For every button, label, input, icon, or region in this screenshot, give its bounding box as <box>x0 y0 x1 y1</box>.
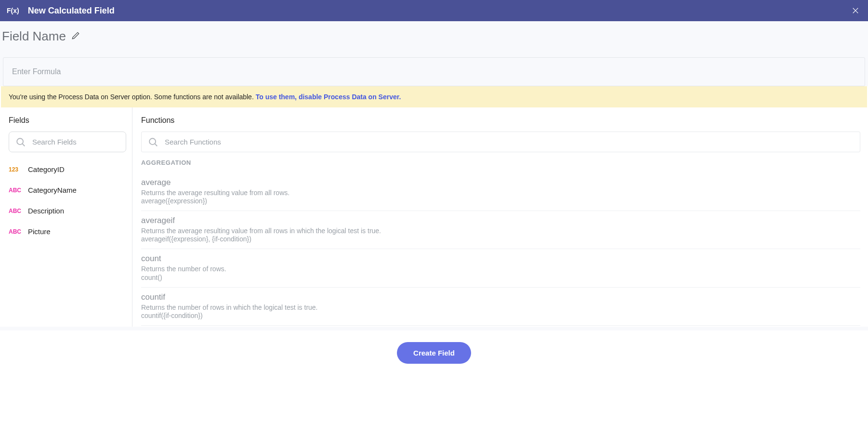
warning-text: You're using the Process Data on Server … <box>9 93 256 101</box>
field-type-number-icon: 123 <box>9 166 21 173</box>
fields-title: Fields <box>9 116 126 125</box>
function-item-average[interactable]: average Returns the average resulting va… <box>141 173 860 211</box>
search-icon <box>148 137 158 147</box>
field-name-label: Field Name <box>2 29 66 44</box>
function-signature: average({expression}) <box>141 197 860 205</box>
function-description: Returns the number of rows in which the … <box>141 303 860 312</box>
field-label: Description <box>28 207 64 215</box>
search-icon <box>15 137 26 147</box>
close-icon[interactable] <box>851 6 860 15</box>
function-description: Returns the average resulting value from… <box>141 188 860 197</box>
function-list: average Returns the average resulting va… <box>141 173 860 326</box>
functions-search-wrapper <box>141 132 860 152</box>
field-label: CategoryID <box>28 165 65 173</box>
functions-panel: Functions AGGREGATION average Returns th… <box>132 107 867 327</box>
svg-point-1 <box>149 138 156 145</box>
functions-search-input[interactable] <box>141 132 860 152</box>
functions-title: Functions <box>141 116 860 125</box>
function-name: countif <box>141 292 860 302</box>
warning-link[interactable]: To use them, disable Process Data on Ser… <box>256 93 401 101</box>
field-type-text-icon: ABC <box>9 187 21 194</box>
footer: Create Field <box>0 330 868 375</box>
formula-container <box>0 52 868 86</box>
field-label: Picture <box>28 227 51 236</box>
function-name: averageif <box>141 216 860 225</box>
edit-icon[interactable] <box>71 31 80 42</box>
function-description: Returns the average resulting value from… <box>141 226 860 235</box>
function-name: average <box>141 178 860 187</box>
field-item-description[interactable]: ABC Description <box>9 200 126 221</box>
field-type-text-icon: ABC <box>9 208 21 214</box>
function-signature: averageif({expression}, {if-condition}) <box>141 235 860 243</box>
field-type-text-icon: ABC <box>9 228 21 235</box>
fields-search-wrapper <box>9 132 126 152</box>
panels-container: Fields 123 CategoryID ABC CategoryName A… <box>1 107 867 327</box>
dialog-title: New Calculated Field <box>28 6 115 16</box>
create-field-button[interactable]: Create Field <box>397 342 471 364</box>
dialog-header: F(x) New Calculated Field <box>0 0 868 21</box>
formula-input[interactable] <box>3 57 865 86</box>
function-item-count[interactable]: count Returns the number of rows. count(… <box>141 249 860 287</box>
function-description: Returns the number of rows. <box>141 264 860 273</box>
fx-icon: F(x) <box>7 7 19 14</box>
function-group-title: AGGREGATION <box>141 159 860 166</box>
field-list: 123 CategoryID ABC CategoryName ABC Desc… <box>9 159 126 242</box>
fields-search-input[interactable] <box>9 132 126 152</box>
function-item-averageif[interactable]: averageif Returns the average resulting … <box>141 211 860 249</box>
warning-banner: You're using the Process Data on Server … <box>1 86 867 107</box>
svg-point-0 <box>17 138 23 145</box>
field-item-picture[interactable]: ABC Picture <box>9 221 126 242</box>
function-name: count <box>141 254 860 264</box>
fields-panel: Fields 123 CategoryID ABC CategoryName A… <box>1 107 132 327</box>
function-item-countif[interactable]: countif Returns the number of rows in wh… <box>141 288 860 326</box>
function-signature: countif({if-condition}) <box>141 312 860 319</box>
field-label: CategoryName <box>28 186 77 194</box>
function-signature: count() <box>141 274 860 281</box>
spacer <box>0 327 868 330</box>
field-item-categoryname[interactable]: ABC CategoryName <box>9 180 126 200</box>
field-item-categoryid[interactable]: 123 CategoryID <box>9 159 126 180</box>
field-name-section: Field Name <box>0 21 868 52</box>
